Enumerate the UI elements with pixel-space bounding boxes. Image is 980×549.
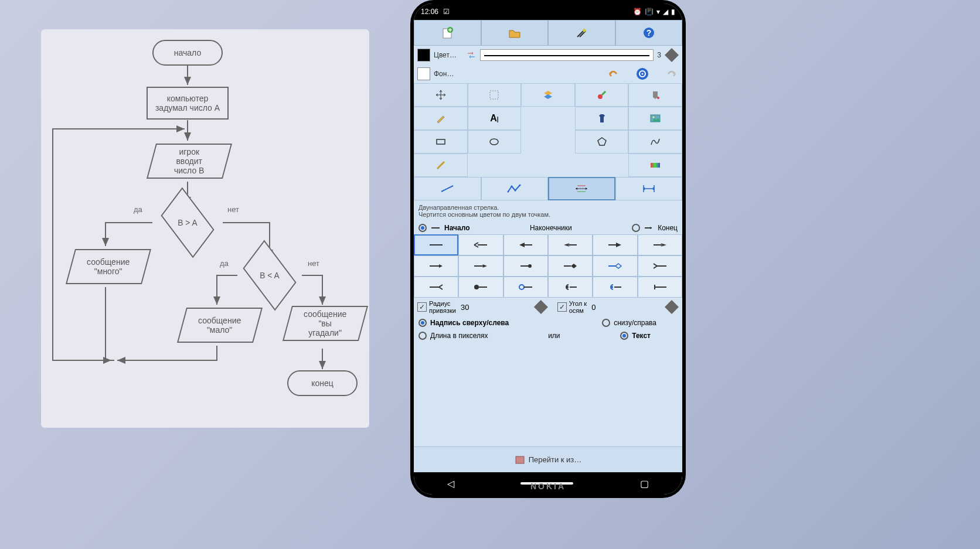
node-end: конец bbox=[287, 370, 358, 396]
move-tool[interactable] bbox=[414, 83, 468, 107]
wifi-icon: ▾ bbox=[656, 8, 660, 16]
cap-start-radio[interactable] bbox=[418, 224, 427, 232]
line-tool[interactable] bbox=[414, 177, 481, 200]
color-label[interactable]: Цвет… bbox=[434, 51, 457, 59]
cap-dot-solid[interactable] bbox=[458, 277, 503, 298]
rectangle-tool[interactable] bbox=[414, 130, 468, 154]
polyline-tool[interactable] bbox=[481, 177, 549, 200]
cap-end-label[interactable]: Конец bbox=[658, 224, 678, 232]
snap-radius-label: Радиус привязки bbox=[429, 300, 456, 314]
svg-point-18 bbox=[511, 186, 512, 187]
curve-tool[interactable] bbox=[628, 130, 682, 154]
label-yes-2: да bbox=[220, 259, 229, 268]
vibrate-icon: 📳 bbox=[645, 8, 654, 16]
new-file-button[interactable] bbox=[414, 20, 481, 46]
cap-end-icon bbox=[644, 225, 654, 231]
dim-pixels-radio[interactable] bbox=[418, 332, 427, 340]
cap-diamond-open[interactable] bbox=[593, 255, 637, 277]
snap-radius-value[interactable]: 30 bbox=[458, 303, 532, 312]
cap-halfcircle-solid[interactable] bbox=[548, 277, 593, 298]
axis-angle-value[interactable]: 0 bbox=[589, 303, 662, 312]
svg-rect-50 bbox=[516, 456, 524, 463]
caption-bottomright-radio[interactable] bbox=[602, 319, 610, 327]
gradient-tool[interactable] bbox=[628, 154, 682, 177]
node-msg-many: сообщение "много" bbox=[66, 249, 151, 284]
stroke-style-dropdown[interactable] bbox=[480, 49, 654, 61]
cap-arrow-open[interactable] bbox=[458, 234, 503, 255]
tools-button[interactable] bbox=[548, 20, 615, 46]
cap-arrow-rev-slim[interactable] bbox=[638, 234, 682, 255]
ellipse-tool[interactable] bbox=[468, 130, 522, 154]
tool-desc-body: Чертится основным цветом по двум точкам. bbox=[418, 211, 678, 218]
cap-dot-open[interactable] bbox=[503, 277, 548, 298]
node-msg-few: сообщение "мало" bbox=[177, 308, 263, 343]
go-to-image-button[interactable]: Перейти к из… bbox=[414, 446, 682, 472]
cap-arrow-slim[interactable] bbox=[548, 234, 593, 255]
pencil-tool[interactable] bbox=[414, 107, 468, 130]
cap-arrow-rev-solid[interactable] bbox=[593, 234, 637, 255]
alarm-icon: ⏰ bbox=[633, 8, 642, 16]
redo-button[interactable] bbox=[665, 68, 679, 80]
bucket-tool[interactable] bbox=[628, 83, 682, 107]
cap-end-radio[interactable] bbox=[632, 224, 640, 232]
dim-or-label: или bbox=[492, 332, 617, 340]
caption-bottomright-label[interactable]: снизу/справа bbox=[614, 319, 656, 327]
go-button-label: Перейти к из… bbox=[529, 455, 582, 464]
swap-colors-icon[interactable] bbox=[466, 50, 477, 60]
svg-rect-13 bbox=[437, 139, 445, 144]
stroke-settings-row: Цвет… 3 bbox=[414, 46, 682, 64]
android-statusbar: 12:06 ☑ ⏰ 📳 ▾ ◢ ▮ bbox=[414, 4, 682, 20]
dim-text-radio[interactable] bbox=[620, 332, 628, 340]
select-tool[interactable] bbox=[468, 83, 522, 107]
line-draw-tool[interactable] bbox=[414, 154, 468, 177]
dimension-mode-row: Длина в пикселях или Текст bbox=[414, 329, 682, 342]
cap-dot-right[interactable] bbox=[503, 255, 548, 277]
svg-point-17 bbox=[507, 191, 509, 193]
text-tool[interactable]: A| bbox=[468, 107, 522, 130]
phone-frame: 12:06 ☑ ⏰ 📳 ▾ ◢ ▮ ? bbox=[410, 0, 686, 498]
arrowcap-selector: Начало Наконечники Конец bbox=[414, 221, 682, 234]
caption-topleft-radio[interactable] bbox=[418, 319, 427, 327]
bg-row: Фон… bbox=[414, 64, 682, 83]
caption-topleft-label[interactable]: Надпись сверху/слева bbox=[430, 319, 509, 327]
undo-button[interactable] bbox=[606, 68, 620, 80]
cap-arrow-solid[interactable] bbox=[503, 234, 548, 255]
battery-icon: ▮ bbox=[671, 8, 675, 16]
help-button[interactable]: ? bbox=[615, 20, 683, 46]
cap-arrow-long2[interactable] bbox=[458, 255, 503, 277]
cap-arrow-back[interactable] bbox=[638, 255, 682, 277]
caption-position-row: Надпись сверху/слева снизу/справа bbox=[414, 316, 682, 329]
target-button[interactable] bbox=[635, 67, 649, 81]
open-file-button[interactable] bbox=[481, 20, 549, 46]
stroke-width-value: 3 bbox=[657, 51, 661, 59]
bg-label[interactable]: Фон… bbox=[434, 70, 454, 78]
cap-diamond-solid[interactable] bbox=[548, 255, 593, 277]
tool-grid-1: A| bbox=[414, 83, 682, 177]
cap-none[interactable] bbox=[414, 234, 458, 255]
cap-start-label[interactable]: Начало bbox=[444, 224, 469, 232]
axis-angle-spinner[interactable] bbox=[665, 300, 679, 314]
stroke-width-spinner[interactable] bbox=[665, 48, 679, 62]
snap-radius-check[interactable]: ✓ bbox=[417, 302, 427, 312]
polygon-tool[interactable] bbox=[575, 130, 629, 154]
dim-text-label[interactable]: Текст bbox=[632, 332, 651, 340]
cap-arrow-long[interactable] bbox=[414, 255, 458, 277]
color-swatch[interactable] bbox=[417, 49, 430, 62]
svg-point-35 bbox=[528, 264, 532, 268]
axis-angle-check[interactable]: ✓ bbox=[557, 302, 567, 312]
cap-bar[interactable] bbox=[638, 277, 682, 298]
cap-fork[interactable] bbox=[414, 277, 458, 298]
layers-tool[interactable] bbox=[521, 83, 575, 107]
top-toolbar: ? bbox=[414, 20, 682, 46]
line-subtools bbox=[414, 177, 682, 200]
tshirt-tool[interactable] bbox=[575, 107, 629, 130]
cap-halfcircle-open[interactable] bbox=[593, 277, 637, 298]
brush-tool[interactable] bbox=[575, 83, 629, 107]
snap-radius-spinner[interactable] bbox=[534, 300, 548, 314]
horizontal-arrow-tool[interactable] bbox=[615, 177, 683, 200]
dimension-arrow-tool[interactable] bbox=[548, 177, 615, 200]
svg-point-12 bbox=[653, 117, 655, 118]
image-tool[interactable] bbox=[628, 107, 682, 130]
dim-pixels-label[interactable]: Длина в пикселях bbox=[430, 332, 488, 340]
bg-swatch[interactable] bbox=[417, 67, 430, 80]
